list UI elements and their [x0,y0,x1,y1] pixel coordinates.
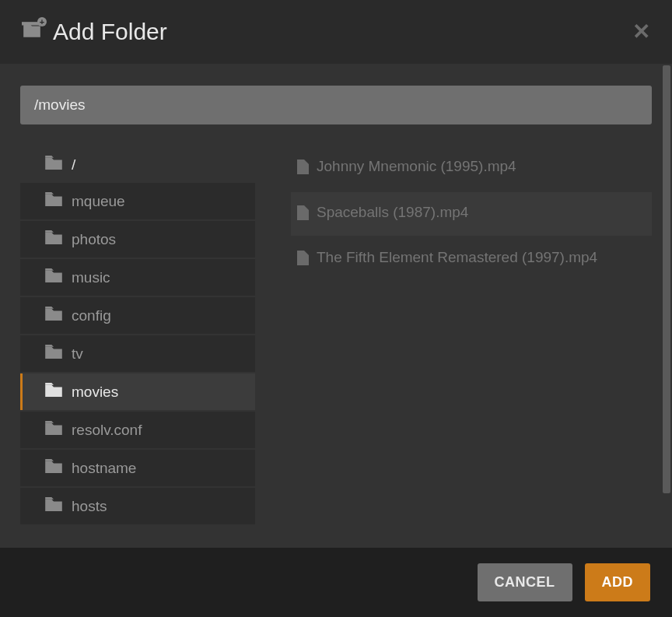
file-column: Johnny Mnemonic (1995).mp4Spaceballs (19… [291,146,652,526]
add-folder-icon [22,22,42,42]
folder-label: config [72,307,111,324]
folder-icon [45,307,62,324]
folder-item[interactable]: music [20,259,255,296]
folder-icon [45,459,62,477]
add-folder-modal: Add Folder ✕ / mqueuephotosmusicconfigtv… [0,0,672,617]
folder-label: movies [72,384,118,401]
folder-item[interactable]: hosts [20,488,255,524]
folder-item[interactable]: resolv.conf [20,412,255,448]
modal-title: Add Folder [53,19,167,45]
file-icon [297,250,309,272]
folder-item[interactable]: tv [20,335,255,372]
modal-body: / mqueuephotosmusicconfigtvmoviesresolv.… [0,64,672,548]
folder-icon [45,421,62,439]
folder-item[interactable]: movies [20,373,255,410]
folder-item[interactable]: mqueue [20,183,255,219]
folder-icon [45,230,62,248]
folder-label: resolv.conf [72,422,142,439]
folder-icon [45,383,62,401]
folder-item[interactable]: config [20,297,255,334]
close-icon[interactable]: ✕ [632,21,650,43]
file-icon [297,159,309,181]
folder-item[interactable]: photos [20,221,255,258]
file-label: Spaceballs (1987).mp4 [317,202,468,224]
svg-rect-0 [22,22,42,25]
header-left: Add Folder [22,19,167,45]
file-browser: / mqueuephotosmusicconfigtvmoviesresolv.… [20,146,652,526]
folder-label: hostname [72,460,136,477]
folder-label: tv [72,345,83,363]
modal-header: Add Folder ✕ [0,0,672,64]
folder-root[interactable]: / [20,146,255,183]
file-item[interactable]: Spaceballs (1987).mp4 [291,192,652,237]
file-icon [297,205,309,227]
folder-label: hosts [72,498,107,515]
file-item[interactable]: Johnny Mnemonic (1995).mp4 [291,146,652,191]
cancel-button[interactable]: CANCEL [478,563,572,601]
folder-icon [45,192,62,210]
folder-label: music [72,269,110,286]
folder-icon [45,156,62,174]
path-input[interactable] [20,86,652,124]
folder-icon [45,345,62,363]
folder-label: mqueue [72,193,125,210]
add-button[interactable]: ADD [585,563,651,601]
folder-label: / [72,156,75,174]
file-item[interactable]: The Fifth Element Remastered (1997).mp4 [291,237,652,282]
folder-label: photos [72,231,116,248]
folder-item[interactable]: hostname [20,450,255,486]
modal-footer: CANCEL ADD [0,548,672,617]
folder-column: / mqueuephotosmusicconfigtvmoviesresolv.… [20,146,255,526]
scrollbar-thumb[interactable] [663,65,670,493]
file-label: The Fifth Element Remastered (1997).mp4 [317,247,597,269]
scrollbar-track[interactable] [661,64,672,529]
folder-icon [45,268,62,286]
folder-icon [45,497,62,515]
file-label: Johnny Mnemonic (1995).mp4 [317,156,516,178]
